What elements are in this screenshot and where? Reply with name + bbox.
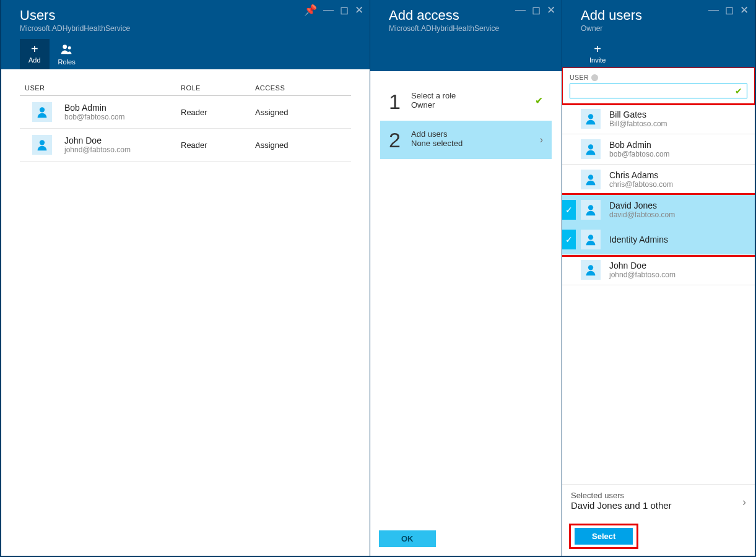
step1-number: 1 [389, 91, 411, 112]
add-access-blade: — ◻ ✕ Add access Microsoft.ADHybridHealt… [370, 0, 562, 556]
step2-number: 2 [389, 129, 411, 150]
plus-icon: + [594, 43, 601, 55]
list-item[interactable]: Bob Adminbob@fabtoso.com [562, 134, 755, 165]
minimize-icon[interactable]: — [323, 4, 334, 17]
selection-stripe: ✓ [562, 200, 576, 220]
selection-stripe [562, 170, 576, 189]
roles-label: Roles [58, 58, 76, 66]
invite-label: Invite [589, 56, 606, 64]
roles-icon [61, 43, 73, 57]
add-users-header: — ◻ ✕ Add users Owner + Invite [562, 0, 755, 67]
ok-button[interactable]: OK [379, 530, 436, 547]
maximize-icon[interactable]: ◻ [532, 4, 541, 17]
info-icon[interactable] [591, 74, 598, 81]
user-email: bob@fabtoso.com [609, 150, 670, 158]
step1-subtitle: Owner [411, 100, 456, 110]
svg-point-9 [588, 265, 593, 270]
user-name: John Doe [609, 261, 676, 270]
invite-button[interactable]: + Invite [581, 39, 614, 67]
minimize-icon[interactable]: — [708, 4, 719, 17]
user-access: Assigned [255, 108, 329, 117]
chevron-right-icon: › [742, 496, 746, 509]
svg-point-2 [40, 107, 45, 112]
add-access-header: — ◻ ✕ Add access Microsoft.ADHybridHealt… [370, 0, 562, 71]
close-icon[interactable]: ✕ [547, 4, 555, 17]
user-search-section: USER ✔ [562, 67, 755, 104]
user-avatar-icon [581, 200, 601, 220]
users-blade: 📌 — ◻ ✕ Users Microsoft.ADHybridHealthSe… [0, 0, 370, 556]
user-name: John Doe [64, 136, 131, 145]
table-row[interactable]: Bob Adminbob@fabtoso.comReaderAssigned [20, 96, 351, 129]
user-email: bob@fabtoso.com [64, 113, 125, 121]
list-item[interactable]: Bill GatesBill@fabtoso.com [562, 104, 755, 134]
maximize-icon[interactable]: ◻ [340, 4, 349, 17]
list-item[interactable]: ✓David Jonesdavid@fabtoso.com [562, 195, 755, 225]
svg-point-3 [40, 140, 45, 145]
user-search-input[interactable] [570, 84, 747, 98]
user-avatar-icon [581, 170, 601, 189]
col-role: ROLE [181, 84, 255, 92]
titlebar-icons: 📌 — ◻ ✕ [304, 4, 363, 17]
users-table-header: USER ROLE ACCESS [20, 80, 351, 96]
list-item[interactable]: Chris Adamschris@fabtoso.com [562, 165, 755, 195]
svg-point-1 [67, 46, 71, 50]
maximize-icon[interactable]: ◻ [725, 4, 734, 17]
add-users-blade: — ◻ ✕ Add users Owner + Invite USER ✔ Bi… [562, 0, 755, 556]
add-button[interactable]: + Add [20, 39, 50, 69]
user-avatar-icon [581, 260, 601, 280]
minimize-icon[interactable]: — [515, 4, 526, 17]
user-role: Reader [181, 108, 255, 117]
plus-icon: + [31, 43, 38, 55]
user-access: Assigned [255, 140, 329, 150]
user-name: Bob Admin [609, 140, 670, 150]
search-label-text: USER [570, 74, 589, 81]
chevron-right-icon: › [540, 134, 543, 145]
close-icon[interactable]: ✕ [740, 4, 749, 17]
user-avatar-icon [581, 109, 601, 129]
checkmark-icon: ✔ [535, 95, 543, 106]
roles-button[interactable]: Roles [50, 39, 84, 69]
user-role: Reader [181, 140, 255, 150]
user-avatar-icon [581, 230, 601, 249]
user-avatar-icon [32, 135, 52, 155]
user-avatar-icon [581, 139, 601, 159]
pin-icon[interactable]: 📌 [304, 4, 317, 17]
user-email: johnd@fabtoso.com [609, 270, 676, 279]
selected-text: David Jones and 1 other [571, 500, 746, 511]
svg-point-0 [63, 45, 67, 49]
svg-point-8 [588, 235, 593, 240]
list-item[interactable]: John Doejohnd@fabtoso.com [562, 255, 755, 285]
svg-point-5 [588, 144, 593, 149]
users-header: 📌 — ◻ ✕ Users Microsoft.ADHybridHealthSe… [1, 0, 370, 69]
col-user: USER [20, 84, 181, 92]
users-content: USER ROLE ACCESS Bob Adminbob@fabtoso.co… [1, 69, 370, 556]
select-highlight: Select [571, 525, 637, 547]
close-icon[interactable]: ✕ [355, 4, 363, 17]
step-add-users[interactable]: 2 Add users None selected › [380, 121, 552, 159]
selection-stripe [562, 139, 576, 159]
selection-stripe [562, 260, 576, 280]
table-row[interactable]: John Doejohnd@fabtoso.comReaderAssigned [20, 129, 351, 162]
add-users-subtitle: Owner [581, 24, 744, 33]
user-search-label: USER [570, 74, 747, 81]
list-item[interactable]: ✓Identity Admins [562, 225, 755, 255]
step-select-role[interactable]: 1 Select a role Owner ✔ [380, 82, 552, 121]
user-list: Bill GatesBill@fabtoso.comBob Adminbob@f… [562, 104, 755, 484]
step2-subtitle: None selected [411, 139, 463, 148]
svg-point-4 [588, 114, 593, 119]
step1-title: Select a role [411, 91, 456, 100]
selected-users-footer[interactable]: Selected users David Jones and 1 other › [562, 484, 755, 517]
col-access: ACCESS [255, 84, 329, 92]
user-name: Identity Admins [609, 235, 668, 244]
select-button[interactable]: Select [575, 528, 633, 545]
svg-point-7 [588, 205, 593, 210]
add-label: Add [28, 56, 41, 64]
user-name: Chris Adams [609, 170, 673, 180]
add-access-subtitle: Microsoft.ADHybridHealthService [389, 24, 550, 33]
selection-stripe: ✓ [562, 230, 576, 249]
users-subtitle: Microsoft.ADHybridHealthService [20, 24, 358, 33]
users-toolbar: + Add Roles [20, 39, 358, 69]
user-email: johnd@fabtoso.com [64, 145, 131, 154]
titlebar-icons: — ◻ ✕ [708, 4, 749, 17]
selection-stripe [562, 109, 576, 129]
